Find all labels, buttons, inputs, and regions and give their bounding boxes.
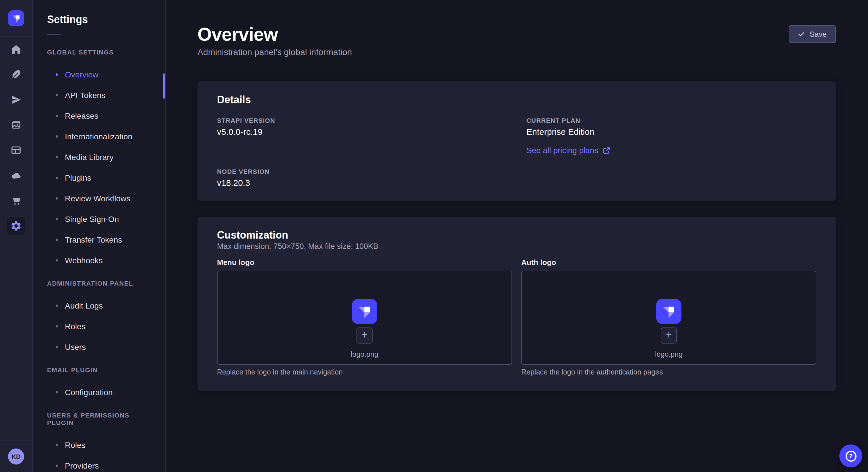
bullet-icon [56, 444, 58, 446]
menu-logo-upload: Menu logo + logo.png Replace the logo in… [217, 258, 512, 376]
menu-logo-preview [352, 299, 377, 324]
subnav-title-rule [47, 34, 61, 35]
customization-card-title: Customization [217, 229, 816, 241]
sidebar-item-webhooks[interactable]: Webhooks [47, 250, 156, 271]
customization-card-subtitle: Max dimension: 750×750, Max file size: 1… [217, 242, 816, 251]
section-users-permissions-plugin: USERS & PERMISSIONS PLUGIN Roles Provide… [47, 412, 156, 472]
sidebar-item-label: Overview [65, 70, 98, 79]
menu-logo-caption: Replace the logo in the main navigation [217, 368, 512, 376]
settings-subnav: Settings GLOBAL SETTINGS Overview API To… [33, 0, 166, 472]
bullet-icon [56, 305, 58, 307]
save-button[interactable]: Save [789, 25, 836, 43]
bullet-icon [56, 391, 58, 394]
rail-spacer [0, 239, 32, 440]
bullet-icon [56, 325, 58, 328]
node-version-field: NODE VERSION v18.20.3 [217, 168, 507, 188]
sidebar-item-releases[interactable]: Releases [47, 105, 156, 126]
subnav-title: Settings [47, 14, 156, 26]
bullet-icon [56, 346, 58, 348]
workspace-logo-block [0, 0, 32, 37]
sidebar-item-media-library[interactable]: Media Library [47, 147, 156, 167]
bullet-icon [56, 115, 58, 117]
sidebar-item-label: Audit Logs [65, 301, 103, 310]
bullet-icon [56, 197, 58, 200]
bullet-icon [56, 135, 58, 138]
auth-logo-add-button[interactable]: + [661, 328, 677, 343]
sidebar-item-label: Releases [65, 111, 98, 121]
menu-logo-add-button[interactable]: + [356, 328, 373, 343]
sidebar-item-label: Single Sign-On [65, 214, 119, 224]
field-value: v18.20.3 [217, 178, 507, 188]
details-card-title: Details [217, 94, 816, 105]
auth-logo-preview [656, 299, 681, 324]
paper-plane-icon[interactable] [0, 87, 32, 112]
layout-icon[interactable] [0, 138, 32, 163]
sidebar-item-single-sign-on[interactable]: Single Sign-On [47, 209, 156, 229]
auth-logo-caption: Replace the logo in the authentication p… [521, 368, 816, 376]
strapi-logo[interactable] [8, 10, 24, 26]
sidebar-item-label: Roles [65, 440, 86, 450]
section-label: USERS & PERMISSIONS PLUGIN [47, 412, 156, 427]
sidebar-item-up-providers[interactable]: Providers [47, 456, 156, 472]
field-value: Enterprise Edition [526, 127, 816, 136]
pricing-plans-link-label: See all pricing plans [526, 146, 598, 155]
auth-logo-dropzone[interactable]: + logo.png [521, 271, 816, 365]
sidebar-item-audit-logs[interactable]: Audit Logs [47, 295, 156, 316]
plus-icon: + [665, 330, 672, 340]
sidebar-item-label: Media Library [65, 153, 114, 162]
sidebar-item-review-workflows[interactable]: Review Workflows [47, 188, 156, 209]
sidebar-item-api-tokens[interactable]: API Tokens [47, 85, 156, 105]
sidebar-item-up-roles[interactable]: Roles [47, 435, 156, 456]
check-icon [798, 31, 805, 38]
main-nav-rail: KD [0, 0, 33, 472]
section-label: GLOBAL SETTINGS [47, 49, 156, 56]
sidebar-item-admin-users[interactable]: Users [47, 337, 156, 357]
subnav-scrollbar-thumb[interactable] [163, 73, 165, 99]
section-global-settings: GLOBAL SETTINGS Overview API Tokens Rele… [47, 49, 156, 271]
sidebar-item-label: Configuration [65, 388, 113, 397]
sidebar-item-plugins[interactable]: Plugins [47, 167, 156, 188]
sidebar-item-email-configuration[interactable]: Configuration [47, 382, 156, 403]
menu-logo-dropzone[interactable]: + logo.png [217, 271, 512, 365]
rail-avatar-block: KD [0, 440, 32, 472]
menu-logo-filename: logo.png [351, 350, 378, 359]
field-label: CURRENT PLAN [526, 117, 816, 124]
plus-icon: + [361, 330, 367, 340]
auth-logo-filename: logo.png [655, 350, 683, 359]
sidebar-item-transfer-tokens[interactable]: Transfer Tokens [47, 229, 156, 250]
pricing-plans-link[interactable]: See all pricing plans [526, 146, 611, 155]
gear-icon [7, 217, 25, 235]
cart-icon[interactable] [0, 188, 32, 213]
sidebar-item-label: Users [65, 342, 86, 351]
sidebar-item-label: Webhooks [65, 256, 103, 265]
sidebar-item-internationalization[interactable]: Internationalization [47, 126, 156, 147]
page-header: Overview Administration panel’s global i… [166, 0, 868, 57]
current-plan-field: CURRENT PLAN Enterprise Edition [526, 117, 816, 136]
cloud-icon[interactable] [0, 163, 32, 188]
content-area: Details STRAPI VERSION v5.0.0-rc.19 NODE… [197, 81, 836, 391]
sidebar-item-label: API Tokens [65, 91, 105, 100]
bullet-icon [56, 177, 58, 179]
sidebar-item-overview[interactable]: Overview [47, 64, 156, 85]
home-icon[interactable] [0, 37, 32, 62]
details-card: Details STRAPI VERSION v5.0.0-rc.19 NODE… [197, 81, 836, 201]
settings-rail-button[interactable] [0, 213, 32, 239]
user-avatar[interactable]: KD [8, 448, 24, 464]
external-link-icon [603, 146, 611, 154]
bullet-icon [56, 239, 58, 241]
sidebar-item-admin-roles[interactable]: Roles [47, 316, 156, 337]
save-button-label: Save [810, 30, 827, 38]
details-right-column: CURRENT PLAN Enterprise Edition See all … [526, 105, 816, 188]
page-subtitle: Administration panel’s global informatio… [197, 47, 836, 57]
section-email-plugin: EMAIL PLUGIN Configuration [47, 367, 156, 403]
bullet-icon [56, 73, 58, 76]
help-button[interactable]: ? [839, 444, 862, 467]
feather-icon[interactable] [0, 62, 32, 87]
app-window: KD Settings GLOBAL SETTINGS Overview API… [0, 0, 868, 472]
section-label: ADMINISTRATION PANEL [47, 280, 156, 287]
sidebar-item-label: Review Workflows [65, 194, 130, 203]
field-value: v5.0.0-rc.19 [217, 127, 507, 136]
sidebar-item-label: Internationalization [65, 132, 132, 141]
page-title: Overview [197, 24, 836, 45]
pictures-icon[interactable] [0, 112, 32, 138]
